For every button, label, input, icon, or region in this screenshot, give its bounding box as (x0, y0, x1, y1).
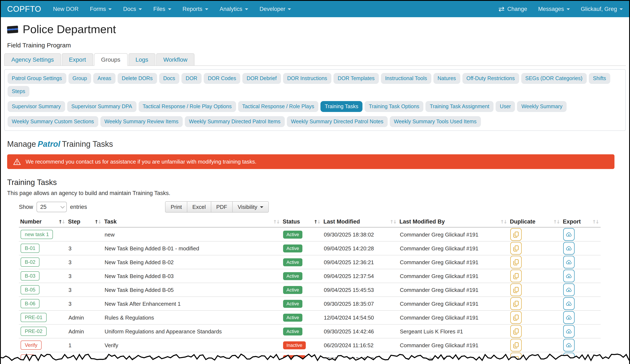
tab-logs[interactable]: Logs (128, 53, 156, 66)
duplicate-button[interactable] (510, 339, 522, 352)
last-modified-cell: 09/30/2025 14:42:46 (322, 325, 398, 339)
duplicate-button[interactable] (510, 242, 522, 255)
page-subtitle: Field Training Program (7, 42, 623, 49)
group-button-dor-codes[interactable]: DOR Codes (204, 73, 240, 84)
page-length-select[interactable]: 25 (36, 202, 67, 212)
group-button-dor-debrief[interactable]: DOR Debrief (242, 73, 281, 84)
group-button-off-duty-restrictions[interactable]: Off-Duty Restrictions (462, 73, 519, 84)
column-header-export[interactable]: Export↑↓ (562, 216, 600, 227)
group-button-segs-dor-categories[interactable]: SEGs (DOR Categories) (521, 73, 586, 84)
group-button-weekly-summary-custom-sections[interactable]: Weekly Summary Custom Sections (8, 116, 98, 127)
tab-workflow[interactable]: Workflow (156, 53, 195, 66)
duplicate-button[interactable] (510, 311, 522, 324)
group-button-weekly-summary-tools-used-items[interactable]: Weekly Summary Tools Used Items (390, 116, 481, 127)
group-button-supervisor-summary[interactable]: Supervisor Summary (8, 101, 65, 112)
brand-logo[interactable]: COPFTO (7, 4, 41, 14)
status-badge: Active (283, 314, 302, 322)
nav-item-analytics[interactable]: Analytics (220, 6, 248, 12)
group-button-shifts[interactable]: Shifts (589, 73, 610, 84)
nav-item-forms[interactable]: Forms (90, 6, 112, 12)
sort-asc-icon: ↑ (500, 219, 503, 225)
task-number-button[interactable]: PRE-02 (20, 327, 46, 336)
export-button[interactable] (563, 325, 574, 338)
task-number-button[interactable]: B-01 (20, 244, 40, 253)
group-button-steps[interactable]: Steps (8, 86, 30, 97)
table-button-visibility[interactable]: Visibility (232, 201, 268, 213)
manage-heading-group-name: Patrol (38, 140, 60, 149)
export-button[interactable] (563, 270, 574, 282)
group-button-training-task-assignment[interactable]: Training Task Assignment (426, 101, 494, 112)
column-header-last-modified[interactable]: Last Modified↑↓ (322, 216, 398, 227)
group-button-patrol-group-settings[interactable]: Patrol Group Settings (8, 73, 66, 84)
task-number-button[interactable]: B-05 (20, 285, 40, 295)
group-button-supervisor-summary-dpa[interactable]: Supervisor Summary DPA (67, 101, 136, 112)
task-number-button[interactable]: B-03 (20, 272, 40, 281)
duplicate-button[interactable] (510, 270, 522, 282)
group-button-tactical-response-role-plays[interactable]: Tactical Response / Role Plays (238, 101, 318, 112)
table-button-print[interactable]: Print (165, 201, 187, 213)
table-row: B-02 3 New Task Being Added B-02 Active … (19, 255, 600, 269)
column-header-step[interactable]: Step↑↓ (67, 216, 103, 227)
group-button-training-tasks[interactable]: Training Tasks (320, 101, 362, 112)
export-button[interactable] (563, 284, 574, 296)
group-button-natures[interactable]: Natures (434, 73, 460, 84)
group-button-delete-dors[interactable]: Delete DORs (118, 73, 157, 84)
column-header-status[interactable]: Status↑↓ (282, 216, 322, 227)
group-button-weekly-summary-directed-patrol-notes[interactable]: Weekly Summary Directed Patrol Notes (287, 116, 388, 127)
group-button-weekly-summary-review-items[interactable]: Weekly Summary Review Items (100, 116, 182, 127)
group-button-areas[interactable]: Areas (94, 73, 116, 84)
tab-groups[interactable]: Groups (94, 53, 128, 66)
nav-item-glickauf-greg[interactable]: Glickauf, Greg (581, 6, 623, 12)
export-button[interactable] (563, 311, 574, 324)
column-header-task[interactable]: Task↑↓ (103, 216, 282, 227)
export-button[interactable] (563, 256, 574, 269)
duplicate-button[interactable] (510, 325, 522, 338)
group-button-dor[interactable]: DOR (182, 73, 202, 84)
nav-item-developer[interactable]: Developer (260, 6, 291, 12)
nav-item-docs[interactable]: Docs (123, 6, 142, 12)
nav-item-new-dor[interactable]: New DOR (53, 6, 78, 12)
sort-asc-icon: ↑ (553, 219, 556, 225)
column-header-duplicate[interactable]: Duplicate↑↓ (508, 216, 562, 227)
nav-item-files[interactable]: Files (153, 6, 171, 12)
group-button-dor-instructions[interactable]: DOR Instructions (283, 73, 332, 84)
table-row: B-06 3 New Task After Enhancement 1 Acti… (19, 297, 600, 311)
group-button-user[interactable]: User (496, 101, 515, 112)
export-button[interactable] (563, 242, 574, 255)
task-number-button[interactable]: B-06 (20, 299, 40, 308)
column-label: Status (283, 219, 300, 225)
task-number-button[interactable]: B-02 (20, 258, 40, 267)
tab-agency-settings[interactable]: Agency Settings (4, 53, 61, 66)
nav-item-change[interactable]: Change (498, 6, 527, 12)
export-button[interactable] (563, 339, 574, 352)
tab-export[interactable]: Export (62, 53, 93, 66)
duplicate-button[interactable] (510, 298, 522, 310)
chevron-down-icon (260, 206, 263, 208)
duplicate-button[interactable] (510, 228, 522, 241)
task-number-button[interactable]: Verify (20, 341, 42, 350)
task-cell: Rules & Regulations (103, 311, 282, 325)
nav-item-reports[interactable]: Reports (182, 6, 208, 12)
duplicate-button[interactable] (510, 284, 522, 296)
group-button-tactical-response-role-play-options[interactable]: Tactical Response / Role Play Options (138, 101, 236, 112)
group-button-docs[interactable]: Docs (159, 73, 179, 84)
group-button-group[interactable]: Group (68, 73, 91, 84)
group-button-dor-templates[interactable]: DOR Templates (334, 73, 379, 84)
column-header-last-modified-by[interactable]: Last Modified By↑↓ (398, 216, 508, 227)
group-button-training-task-options[interactable]: Training Task Options (364, 101, 423, 112)
nav-item-messages[interactable]: Messages (538, 6, 570, 12)
export-button[interactable] (563, 298, 574, 310)
group-button-weekly-summary-directed-patrol-items[interactable]: Weekly Summary Directed Patrol Items (185, 116, 285, 127)
export-button[interactable] (563, 228, 574, 241)
task-number-button[interactable]: new task 1 (20, 230, 53, 239)
table-button-excel[interactable]: Excel (187, 201, 211, 213)
group-button-instructional-tools[interactable]: Instructional Tools (381, 73, 431, 84)
table-row: new task 1 new Active 09/30/2025 18:38:0… (19, 227, 600, 242)
table-button-pdf[interactable]: PDF (211, 201, 233, 213)
column-header-number[interactable]: Number↑↓ (19, 216, 67, 227)
status-badge: Active (283, 258, 302, 266)
task-number-button[interactable]: PRE-01 (20, 313, 46, 322)
duplicate-button[interactable] (510, 256, 522, 269)
group-button-weekly-summary[interactable]: Weekly Summary (517, 101, 566, 112)
copy-icon (513, 301, 519, 307)
